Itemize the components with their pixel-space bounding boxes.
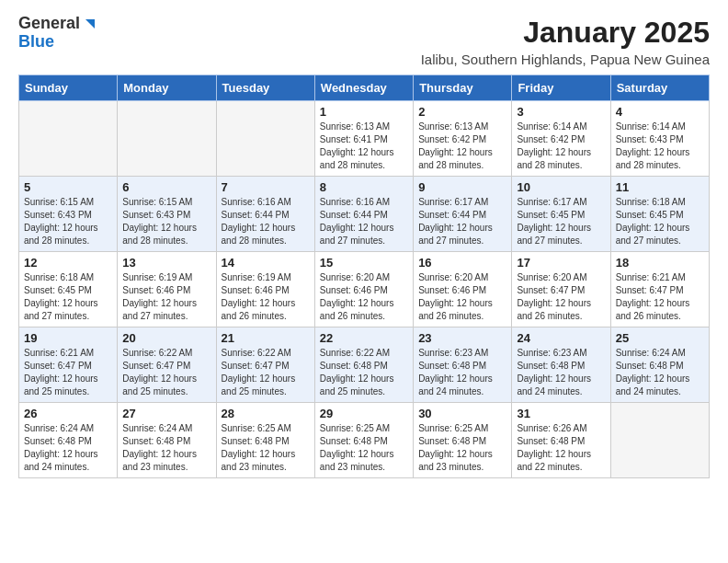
day-info: Sunrise: 6:14 AM Sunset: 6:42 PM Dayligh… <box>517 121 605 172</box>
day-number: 5 <box>24 180 112 194</box>
day-number: 1 <box>320 105 408 119</box>
logo-general-text: General <box>18 15 80 33</box>
day-number: 11 <box>616 180 704 194</box>
table-row: 19Sunrise: 6:21 AM Sunset: 6:47 PM Dayli… <box>19 327 118 403</box>
table-row: 17Sunrise: 6:20 AM Sunset: 6:47 PM Dayli… <box>512 252 610 327</box>
day-number: 19 <box>24 331 112 345</box>
calendar-week-row: 12Sunrise: 6:18 AM Sunset: 6:45 PM Dayli… <box>19 252 710 327</box>
day-number: 27 <box>122 407 210 420</box>
table-row: 7Sunrise: 6:16 AM Sunset: 6:44 PM Daylig… <box>216 177 314 252</box>
day-number: 7 <box>222 180 310 194</box>
table-row: 23Sunrise: 6:23 AM Sunset: 6:48 PM Dayli… <box>414 327 512 403</box>
table-row: 6Sunrise: 6:15 AM Sunset: 6:43 PM Daylig… <box>118 177 216 252</box>
table-row: 27Sunrise: 6:24 AM Sunset: 6:48 PM Dayli… <box>118 403 216 478</box>
day-info: Sunrise: 6:16 AM Sunset: 6:44 PM Dayligh… <box>222 196 310 247</box>
day-number: 3 <box>517 105 605 119</box>
table-row <box>19 101 118 177</box>
calendar-title: January 2025 <box>421 15 710 50</box>
table-row: 18Sunrise: 6:21 AM Sunset: 6:47 PM Dayli… <box>610 252 709 327</box>
day-info: Sunrise: 6:18 AM Sunset: 6:45 PM Dayligh… <box>24 271 112 323</box>
day-info: Sunrise: 6:18 AM Sunset: 6:45 PM Dayligh… <box>616 196 704 247</box>
table-row: 25Sunrise: 6:24 AM Sunset: 6:48 PM Dayli… <box>610 327 709 403</box>
day-number: 31 <box>517 407 605 420</box>
day-info: Sunrise: 6:13 AM Sunset: 6:42 PM Dayligh… <box>418 121 506 172</box>
day-info: Sunrise: 6:24 AM Sunset: 6:48 PM Dayligh… <box>24 422 112 474</box>
day-info: Sunrise: 6:26 AM Sunset: 6:48 PM Dayligh… <box>517 422 605 474</box>
day-info: Sunrise: 6:20 AM Sunset: 6:46 PM Dayligh… <box>320 271 408 323</box>
day-info: Sunrise: 6:14 AM Sunset: 6:43 PM Dayligh… <box>616 121 704 172</box>
table-row: 8Sunrise: 6:16 AM Sunset: 6:44 PM Daylig… <box>314 177 413 252</box>
day-info: Sunrise: 6:20 AM Sunset: 6:46 PM Dayligh… <box>418 271 506 323</box>
day-info: Sunrise: 6:22 AM Sunset: 6:47 PM Dayligh… <box>122 347 210 398</box>
table-row <box>216 101 314 177</box>
table-row: 14Sunrise: 6:19 AM Sunset: 6:46 PM Dayli… <box>216 252 314 327</box>
day-info: Sunrise: 6:19 AM Sunset: 6:46 PM Dayligh… <box>122 271 210 323</box>
day-info: Sunrise: 6:25 AM Sunset: 6:48 PM Dayligh… <box>222 422 310 474</box>
day-number: 21 <box>222 331 310 345</box>
table-row: 12Sunrise: 6:18 AM Sunset: 6:45 PM Dayli… <box>19 252 118 327</box>
table-row: 29Sunrise: 6:25 AM Sunset: 6:48 PM Dayli… <box>314 403 413 478</box>
col-tuesday: Tuesday <box>216 75 314 101</box>
day-info: Sunrise: 6:23 AM Sunset: 6:48 PM Dayligh… <box>517 347 605 398</box>
page-header: General Blue January 2025 Ialibu, Southe… <box>18 15 710 67</box>
table-row <box>118 101 216 177</box>
calendar-table: Sunday Monday Tuesday Wednesday Thursday… <box>18 75 710 478</box>
col-monday: Monday <box>118 75 216 101</box>
day-info: Sunrise: 6:17 AM Sunset: 6:45 PM Dayligh… <box>517 196 605 247</box>
table-row: 15Sunrise: 6:20 AM Sunset: 6:46 PM Dayli… <box>314 252 413 327</box>
day-info: Sunrise: 6:22 AM Sunset: 6:48 PM Dayligh… <box>320 347 408 398</box>
day-info: Sunrise: 6:13 AM Sunset: 6:41 PM Dayligh… <box>320 121 408 172</box>
day-number: 8 <box>320 180 408 194</box>
table-row: 9Sunrise: 6:17 AM Sunset: 6:44 PM Daylig… <box>414 177 512 252</box>
day-number: 23 <box>418 331 506 345</box>
logo: General Blue <box>18 15 98 52</box>
day-info: Sunrise: 6:24 AM Sunset: 6:48 PM Dayligh… <box>122 422 210 474</box>
day-number: 6 <box>122 180 210 194</box>
day-info: Sunrise: 6:23 AM Sunset: 6:48 PM Dayligh… <box>418 347 506 398</box>
day-number: 13 <box>122 256 210 270</box>
table-row: 22Sunrise: 6:22 AM Sunset: 6:48 PM Dayli… <box>314 327 413 403</box>
day-info: Sunrise: 6:20 AM Sunset: 6:47 PM Dayligh… <box>517 271 605 323</box>
calendar-week-row: 1Sunrise: 6:13 AM Sunset: 6:41 PM Daylig… <box>19 101 710 177</box>
day-number: 29 <box>320 407 408 420</box>
table-row: 21Sunrise: 6:22 AM Sunset: 6:47 PM Dayli… <box>216 327 314 403</box>
day-info: Sunrise: 6:21 AM Sunset: 6:47 PM Dayligh… <box>24 347 112 398</box>
day-info: Sunrise: 6:24 AM Sunset: 6:48 PM Dayligh… <box>616 347 704 398</box>
col-saturday: Saturday <box>610 75 709 101</box>
day-info: Sunrise: 6:16 AM Sunset: 6:44 PM Dayligh… <box>320 196 408 247</box>
day-number: 17 <box>517 256 605 270</box>
day-info: Sunrise: 6:19 AM Sunset: 6:46 PM Dayligh… <box>222 271 310 323</box>
table-row: 5Sunrise: 6:15 AM Sunset: 6:43 PM Daylig… <box>19 177 118 252</box>
day-number: 22 <box>320 331 408 345</box>
day-number: 25 <box>616 331 704 345</box>
table-row: 13Sunrise: 6:19 AM Sunset: 6:46 PM Dayli… <box>118 252 216 327</box>
day-info: Sunrise: 6:17 AM Sunset: 6:44 PM Dayligh… <box>418 196 506 247</box>
logo-blue-text: Blue <box>18 33 54 52</box>
day-number: 14 <box>222 256 310 270</box>
table-row: 31Sunrise: 6:26 AM Sunset: 6:48 PM Dayli… <box>512 403 610 478</box>
table-row <box>610 403 709 478</box>
day-info: Sunrise: 6:22 AM Sunset: 6:47 PM Dayligh… <box>222 347 310 398</box>
day-number: 9 <box>418 180 506 194</box>
table-row: 26Sunrise: 6:24 AM Sunset: 6:48 PM Dayli… <box>19 403 118 478</box>
day-number: 16 <box>418 256 506 270</box>
table-row: 11Sunrise: 6:18 AM Sunset: 6:45 PM Dayli… <box>610 177 709 252</box>
table-row: 20Sunrise: 6:22 AM Sunset: 6:47 PM Dayli… <box>118 327 216 403</box>
day-number: 12 <box>24 256 112 270</box>
table-row: 2Sunrise: 6:13 AM Sunset: 6:42 PM Daylig… <box>414 101 512 177</box>
col-friday: Friday <box>512 75 610 101</box>
day-info: Sunrise: 6:25 AM Sunset: 6:48 PM Dayligh… <box>418 422 506 474</box>
day-info: Sunrise: 6:15 AM Sunset: 6:43 PM Dayligh… <box>24 196 112 247</box>
col-sunday: Sunday <box>19 75 118 101</box>
day-number: 30 <box>418 407 506 420</box>
day-number: 24 <box>517 331 605 345</box>
table-row: 4Sunrise: 6:14 AM Sunset: 6:43 PM Daylig… <box>610 101 709 177</box>
calendar-subtitle: Ialibu, Southern Highlands, Papua New Gu… <box>421 52 710 67</box>
calendar-week-row: 5Sunrise: 6:15 AM Sunset: 6:43 PM Daylig… <box>19 177 710 252</box>
table-row: 10Sunrise: 6:17 AM Sunset: 6:45 PM Dayli… <box>512 177 610 252</box>
day-info: Sunrise: 6:15 AM Sunset: 6:43 PM Dayligh… <box>122 196 210 247</box>
table-row: 24Sunrise: 6:23 AM Sunset: 6:48 PM Dayli… <box>512 327 610 403</box>
day-number: 26 <box>24 407 112 420</box>
calendar-week-row: 19Sunrise: 6:21 AM Sunset: 6:47 PM Dayli… <box>19 327 710 403</box>
day-info: Sunrise: 6:21 AM Sunset: 6:47 PM Dayligh… <box>616 271 704 323</box>
